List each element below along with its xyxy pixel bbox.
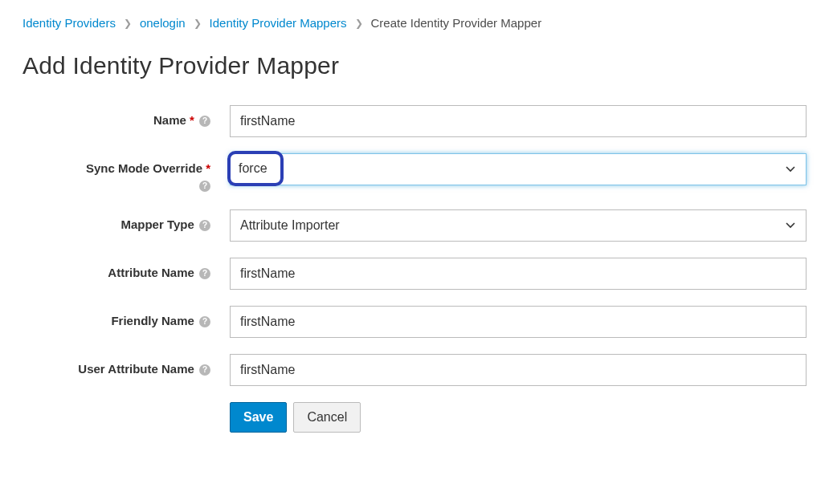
breadcrumb-link-identity-providers[interactable]: Identity Providers bbox=[22, 16, 116, 30]
help-icon[interactable]: ? bbox=[199, 116, 210, 127]
help-icon[interactable]: ? bbox=[199, 316, 210, 327]
chevron-right-icon: ❯ bbox=[124, 18, 132, 29]
required-indicator: * bbox=[206, 161, 210, 175]
form-row-name: Name * ? bbox=[22, 105, 807, 137]
form-row-mapper-type: Mapper Type ? Attribute Importer bbox=[22, 209, 807, 242]
user-attribute-name-input[interactable] bbox=[230, 354, 807, 386]
label-mapper-type: Mapper Type ? bbox=[22, 209, 230, 233]
chevron-down-icon bbox=[785, 220, 796, 231]
help-icon[interactable]: ? bbox=[199, 181, 210, 192]
breadcrumb-current: Create Identity Provider Mapper bbox=[371, 16, 542, 30]
form-row-attribute-name: Attribute Name ? bbox=[22, 258, 807, 290]
button-row: Save Cancel bbox=[230, 402, 807, 433]
name-input[interactable] bbox=[230, 105, 807, 137]
sync-mode-select[interactable]: force bbox=[230, 153, 807, 185]
form-row-friendly-name: Friendly Name ? bbox=[22, 306, 807, 338]
chevron-down-icon bbox=[785, 164, 796, 175]
label-friendly-name: Friendly Name ? bbox=[22, 306, 230, 329]
mapper-type-select[interactable]: Attribute Importer bbox=[230, 209, 807, 242]
breadcrumb: Identity Providers ❯ onelogin ❯ Identity… bbox=[22, 16, 807, 30]
page-title: Add Identity Provider Mapper bbox=[22, 52, 807, 79]
form-row-sync-mode: Sync Mode Override * ? force force bbox=[22, 153, 807, 193]
label-sync-mode: Sync Mode Override * ? bbox=[22, 153, 230, 193]
breadcrumb-link-onelogin[interactable]: onelogin bbox=[140, 16, 186, 30]
help-icon[interactable]: ? bbox=[199, 220, 210, 231]
chevron-right-icon: ❯ bbox=[194, 18, 202, 29]
help-icon[interactable]: ? bbox=[199, 364, 210, 376]
help-icon[interactable]: ? bbox=[199, 268, 210, 279]
label-name: Name * ? bbox=[22, 105, 230, 128]
form-row-user-attribute-name: User Attribute Name ? bbox=[22, 354, 807, 386]
attribute-name-input[interactable] bbox=[230, 258, 807, 290]
label-user-attribute-name: User Attribute Name ? bbox=[22, 354, 230, 377]
label-attribute-name: Attribute Name ? bbox=[22, 258, 230, 281]
breadcrumb-link-mappers[interactable]: Identity Provider Mappers bbox=[210, 16, 347, 30]
chevron-right-icon: ❯ bbox=[355, 18, 363, 29]
friendly-name-input[interactable] bbox=[230, 306, 807, 338]
required-indicator: * bbox=[190, 113, 194, 127]
cancel-button[interactable]: Cancel bbox=[293, 402, 361, 433]
save-button[interactable]: Save bbox=[230, 402, 287, 433]
